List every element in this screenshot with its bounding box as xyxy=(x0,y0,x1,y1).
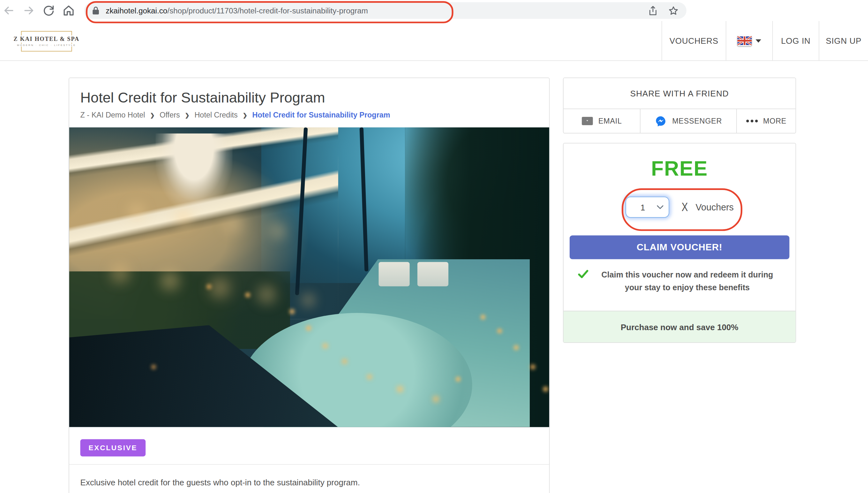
share-email-label: EMAIL xyxy=(598,117,622,125)
forward-arrow-icon[interactable] xyxy=(22,4,36,17)
breadcrumb-hotel-credits[interactable]: Hotel Credits xyxy=(194,111,238,119)
product-photo xyxy=(69,127,549,427)
logo-subtitle: MODERN · CHIC · LIFESTYLE xyxy=(15,44,77,47)
more-dots-icon xyxy=(746,120,758,123)
share-email-button[interactable]: EMAIL xyxy=(563,109,640,133)
lock-icon xyxy=(92,6,99,15)
nav-signup-label: SIGN UP xyxy=(826,36,862,45)
share-buttons: EMAIL MESSENGER MORE xyxy=(563,109,796,133)
exclusive-badge: EXCLUSIVE xyxy=(81,440,146,456)
share-page-icon[interactable] xyxy=(648,5,658,16)
logo-title: Z KAI HOTEL & SPA xyxy=(12,36,81,43)
claim-note-text: Claim this voucher now and redeem it dur… xyxy=(594,269,781,294)
nav-vouchers-label: VOUCHERS xyxy=(669,36,718,45)
sidebar: SHARE WITH A FRIEND EMAIL MESSENGER xyxy=(563,78,796,343)
language-selector[interactable] xyxy=(726,21,772,60)
share-messenger-button[interactable]: MESSENGER xyxy=(640,109,736,133)
chevron-down-icon xyxy=(656,205,664,210)
share-title: SHARE WITH A FRIEND xyxy=(563,78,796,109)
url-domain: zkaihotel.gokai.co xyxy=(106,6,167,15)
browser-window: zkaihotel.gokai.co/shop/product/11703/ho… xyxy=(0,0,868,493)
product-description: Exclusive hotel credit for the guests wh… xyxy=(81,476,538,489)
voucher-purchase-card: FREE 1 X Vouchers CLAIM VOUCHER! Claim t… xyxy=(563,143,796,343)
chevron-down-icon xyxy=(756,39,761,42)
url-bar[interactable]: zkaihotel.gokai.co/shop/product/11703/ho… xyxy=(84,2,686,19)
url-bar-actions xyxy=(648,5,679,16)
page-content: Hotel Credit for Sustainability Program … xyxy=(0,61,868,493)
hotel-logo[interactable]: Z KAI HOTEL & SPA MODERN · CHIC · LIFEST… xyxy=(18,27,75,55)
breadcrumb-separator-icon: ❯ xyxy=(150,112,155,118)
photo-cabana xyxy=(379,262,410,286)
voucher-purchase-body: FREE 1 X Vouchers CLAIM VOUCHER! Claim t… xyxy=(563,143,796,311)
card-divider xyxy=(69,464,549,465)
photo-candle-lights xyxy=(69,127,72,130)
share-more-button[interactable]: MORE xyxy=(736,109,795,133)
quantity-row: 1 X Vouchers xyxy=(563,196,796,218)
share-more-label: MORE xyxy=(763,117,786,125)
site-header: Z KAI HOTEL & SPA MODERN · CHIC · LIFEST… xyxy=(0,21,868,61)
url-text: zkaihotel.gokai.co/shop/product/11703/ho… xyxy=(106,6,368,15)
save-banner: Purchase now and save 100% xyxy=(563,311,796,342)
photo-cabana xyxy=(417,262,448,286)
photo-canopy xyxy=(156,133,232,211)
messenger-icon xyxy=(655,115,667,127)
nav-signup-link[interactable]: SIGN UP xyxy=(819,21,868,60)
quantity-value: 1 xyxy=(626,202,656,212)
header-nav: VOUCHERS LOG IN SIGN UP xyxy=(662,21,868,60)
breadcrumb-current: Hotel Credit for Sustainability Program xyxy=(252,111,390,119)
claim-note: Claim this voucher now and redeem it dur… xyxy=(578,269,781,294)
nav-login-label: LOG IN xyxy=(781,36,810,45)
browser-chrome: zkaihotel.gokai.co/shop/product/11703/ho… xyxy=(0,0,868,21)
multiply-sign: X xyxy=(681,200,688,214)
page-title: Hotel Credit for Sustainability Program xyxy=(81,88,538,107)
uk-flag-icon xyxy=(737,36,752,46)
breadcrumb-home[interactable]: Z - KAI Demo Hotel xyxy=(81,111,145,119)
checkmark-icon xyxy=(578,270,588,279)
back-arrow-icon[interactable] xyxy=(2,4,16,17)
claim-voucher-button[interactable]: CLAIM VOUCHER! xyxy=(570,235,789,259)
home-icon[interactable] xyxy=(62,4,75,17)
quantity-unit-label: Vouchers xyxy=(696,202,734,212)
breadcrumb-separator-icon: ❯ xyxy=(185,112,190,118)
breadcrumb: Z - KAI Demo Hotel ❯ Offers ❯ Hotel Cred… xyxy=(81,111,538,119)
nav-login-link[interactable]: LOG IN xyxy=(772,21,819,60)
url-path: /shop/product/11703/hotel-credit-for-sus… xyxy=(167,6,368,15)
price-label: FREE xyxy=(563,143,796,180)
product-card: Hotel Credit for Sustainability Program … xyxy=(69,78,550,493)
quantity-select[interactable]: 1 xyxy=(625,197,669,218)
nav-vouchers-link[interactable]: VOUCHERS xyxy=(662,21,726,60)
bookmark-star-icon[interactable] xyxy=(668,5,679,16)
share-card: SHARE WITH A FRIEND EMAIL MESSENGER xyxy=(563,78,796,133)
share-messenger-label: MESSENGER xyxy=(672,117,722,125)
breadcrumb-separator-icon: ❯ xyxy=(243,112,247,118)
breadcrumb-offers[interactable]: Offers xyxy=(160,111,180,119)
envelope-icon xyxy=(582,117,593,125)
reload-icon[interactable] xyxy=(42,4,55,17)
